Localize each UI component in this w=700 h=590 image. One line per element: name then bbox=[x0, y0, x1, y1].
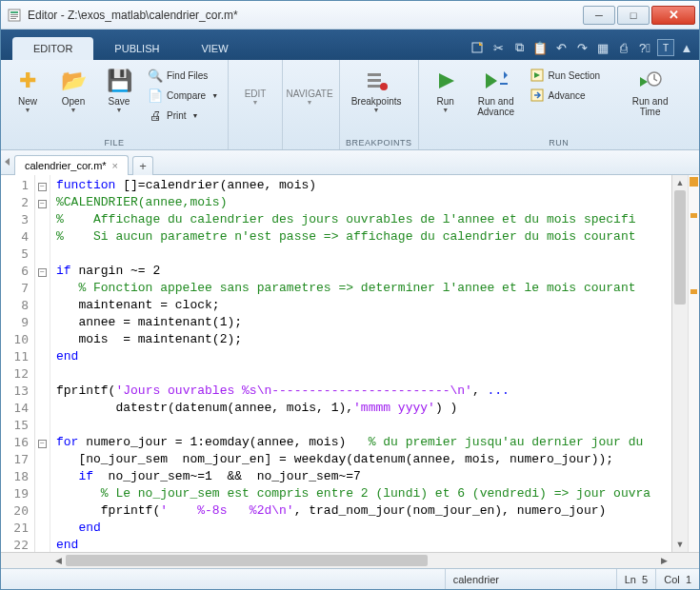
new-icon: ✚ bbox=[14, 68, 41, 94]
compare-button[interactable]: 📄Compare▼ bbox=[144, 86, 222, 105]
fold-column[interactable]: −− − − bbox=[35, 175, 50, 552]
message-bar[interactable] bbox=[688, 175, 699, 552]
close-button[interactable]: ✕ bbox=[651, 6, 695, 25]
scroll-up-icon[interactable]: ▲ bbox=[672, 175, 688, 190]
new-button[interactable]: ✚ New ▼ bbox=[7, 64, 49, 113]
scroll-down-icon[interactable]: ▼ bbox=[672, 537, 688, 552]
hscroll-thumb[interactable] bbox=[66, 555, 428, 566]
paste-icon[interactable]: 📋 bbox=[531, 39, 549, 56]
maximize-button[interactable]: □ bbox=[617, 6, 650, 25]
ribbon-tab-strip: EDITOR PUBLISH VIEW ✂ ⧉ 📋 ↶ ↷ ▦ ⎙ ?⃝ T ▲ bbox=[1, 30, 699, 60]
open-icon: 📂 bbox=[60, 68, 87, 94]
run-and-advance-button[interactable]: Run and Advance bbox=[470, 64, 522, 117]
dropdown-icon: ▼ bbox=[116, 107, 123, 113]
breakpoints-button[interactable]: Breakpoints ▼ bbox=[346, 64, 407, 113]
qat-icon-7[interactable]: ▦ bbox=[594, 39, 611, 56]
horizontal-scrollbar-row: ◀ ▶ bbox=[1, 552, 699, 568]
status-col: Col 1 bbox=[655, 569, 699, 589]
svg-rect-3 bbox=[368, 79, 381, 82]
group-breakpoints: Breakpoints ▼ BREAKPOINTS bbox=[340, 60, 419, 149]
redo-icon[interactable]: ↷ bbox=[573, 39, 590, 56]
tab-publish[interactable]: PUBLISH bbox=[93, 37, 180, 60]
status-line: Ln 5 bbox=[616, 569, 656, 589]
close-tab-icon[interactable]: × bbox=[112, 160, 118, 171]
svg-point-5 bbox=[380, 83, 388, 90]
window-title: Editor - Z:\exos_matlab\calendrier_cor.m… bbox=[28, 9, 581, 22]
dropdown-icon: ▼ bbox=[25, 107, 31, 113]
find-icon: 🔍 bbox=[148, 68, 163, 83]
run-and-time-button[interactable]: Run and Time bbox=[625, 64, 676, 117]
cut-icon[interactable]: ✂ bbox=[490, 39, 507, 56]
vertical-scrollbar[interactable]: ▲ ▼ bbox=[671, 175, 688, 552]
qat-icon-1[interactable] bbox=[469, 39, 486, 56]
code-area[interactable]: function []=calendrier(annee, mois)%CALE… bbox=[50, 175, 671, 552]
line-number-gutter: 12345678910111213141516171819202122 bbox=[1, 175, 35, 552]
svg-rect-2 bbox=[368, 73, 381, 76]
toolstrip: ✚ New ▼ 📂 Open ▼ 💾 Save ▼ 🔍Find Files 📄C… bbox=[1, 60, 699, 150]
group-run: Run ▼ Run and Advance Run Section Advanc… bbox=[419, 60, 699, 149]
collapse-ribbon-icon[interactable]: ▲ bbox=[678, 39, 695, 56]
warning-mark[interactable] bbox=[690, 289, 697, 294]
warning-summary-icon[interactable] bbox=[690, 177, 698, 187]
qat-icon-3[interactable]: ⧉ bbox=[510, 39, 528, 56]
code-editor[interactable]: 12345678910111213141516171819202122 −− −… bbox=[1, 175, 699, 552]
run-button[interactable]: Run ▼ bbox=[425, 64, 467, 113]
svg-rect-4 bbox=[368, 85, 381, 88]
scroll-left-icon[interactable]: ◀ bbox=[50, 553, 66, 568]
scroll-right-icon[interactable]: ▶ bbox=[656, 553, 671, 568]
run-section-button[interactable]: Run Section bbox=[526, 66, 621, 85]
run-advance-icon bbox=[483, 68, 510, 94]
group-navigate: NAVIGATE ▼ bbox=[283, 60, 340, 149]
advance-button[interactable]: Advance bbox=[526, 86, 621, 105]
save-icon: 💾 bbox=[106, 68, 132, 94]
print-button[interactable]: 🖨Print▼ bbox=[144, 106, 222, 125]
dropdown-icon: ▼ bbox=[70, 107, 77, 113]
group-edit: EDIT ▼ bbox=[229, 60, 283, 149]
print-qat-icon[interactable]: ⎙ bbox=[615, 39, 632, 56]
run-time-icon bbox=[637, 68, 664, 94]
run-icon bbox=[432, 68, 459, 94]
app-icon bbox=[7, 8, 22, 23]
run-section-icon bbox=[530, 68, 545, 83]
status-bar: calendrier Ln 5 Col 1 bbox=[1, 568, 699, 589]
group-file: ✚ New ▼ 📂 Open ▼ 💾 Save ▼ 🔍Find Files 📄C… bbox=[1, 60, 229, 149]
qat-toggle[interactable]: T bbox=[657, 39, 674, 56]
open-button[interactable]: 📂 Open ▼ bbox=[52, 64, 94, 113]
add-tab-button[interactable]: + bbox=[132, 156, 153, 175]
breakpoints-icon bbox=[363, 68, 390, 94]
file-tab[interactable]: calendrier_cor.m* × bbox=[14, 155, 129, 175]
edit-menu[interactable]: EDIT ▼ bbox=[234, 64, 276, 106]
warning-mark[interactable] bbox=[690, 213, 697, 218]
print-icon: 🖨 bbox=[148, 108, 163, 123]
undo-icon[interactable]: ↶ bbox=[552, 39, 570, 56]
help-icon[interactable]: ?⃝ bbox=[636, 39, 653, 56]
tab-view[interactable]: VIEW bbox=[180, 37, 249, 60]
file-tab-label: calendrier_cor.m* bbox=[25, 160, 107, 171]
save-button[interactable]: 💾 Save ▼ bbox=[98, 64, 140, 113]
horizontal-scrollbar[interactable]: ◀ ▶ bbox=[50, 553, 671, 568]
status-function: calendrier bbox=[445, 569, 616, 589]
navigate-menu[interactable]: NAVIGATE ▼ bbox=[289, 64, 330, 106]
compare-icon: 📄 bbox=[148, 88, 163, 103]
find-files-button[interactable]: 🔍Find Files bbox=[144, 66, 222, 85]
title-bar: Editor - Z:\exos_matlab\calendrier_cor.m… bbox=[1, 1, 699, 30]
minimize-button[interactable]: ─ bbox=[583, 6, 615, 25]
advance-icon bbox=[530, 88, 545, 103]
scroll-thumb[interactable] bbox=[674, 190, 686, 305]
file-tab-strip: calendrier_cor.m* × + bbox=[1, 150, 699, 175]
tab-editor[interactable]: EDITOR bbox=[12, 37, 93, 60]
